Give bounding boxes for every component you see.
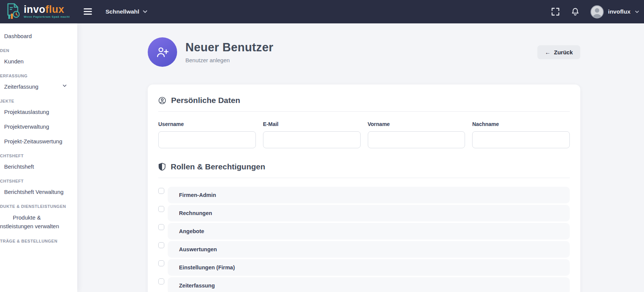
roles-title: Rollen & Berechtigungen <box>171 162 265 171</box>
shield-icon <box>158 163 166 171</box>
chevron-down-icon <box>635 11 639 13</box>
sidebar-item-berichtsheft-verwaltung[interactable]: Berichtsheft Verwaltung <box>0 184 77 199</box>
role-row: Firmen-Admin <box>158 187 570 203</box>
section-divider <box>158 178 570 178</box>
brand-name: invoflux <box>24 5 70 15</box>
sidebar-item-label: Zeiterfassung <box>4 83 38 90</box>
menu-icon[interactable] <box>84 6 93 16</box>
sidebar-item-zeiterfassung[interactable]: Zeiterfassung <box>0 79 77 94</box>
arrow-left-icon: ← <box>545 49 551 55</box>
role-item-einstellungen-firma[interactable]: Einstellungen (Firma) <box>168 259 570 276</box>
sidebar-item-label: Berichtsheft <box>4 163 34 170</box>
sidebar-section-header: DUKTE & DIENSTLEISTUNGEN <box>0 199 77 210</box>
fullscreen-icon[interactable] <box>551 7 560 17</box>
personal-data-heading: Persönliche Daten <box>158 96 570 105</box>
sidebar-item-label: Projekt-Zeitauswertung <box>4 138 62 144</box>
role-label: Einstellungen (Firma) <box>179 264 235 270</box>
role-item-auswertungen[interactable]: Auswertungen <box>168 241 570 258</box>
sidebar-item-label: Dashboard <box>4 33 32 39</box>
role-row: Zeiterfassung <box>158 277 570 292</box>
role-row: Auswertungen <box>158 241 570 258</box>
top-navbar: invoflux Wenn Papierkram Spaß macht Schn… <box>0 0 644 23</box>
page-title: Neuer Benutzer <box>185 41 273 54</box>
role-checkbox-rechnungen[interactable] <box>158 206 164 212</box>
sidebar-section-header: CHTSHEFT <box>0 149 77 159</box>
sidebar-item-label: nstleistungen verwalten <box>0 222 77 231</box>
role-label: Firmen-Admin <box>179 192 216 198</box>
role-row: Angebote <box>158 223 570 240</box>
personal-data-fields: UsernameE-MailVornameNachname <box>158 121 570 148</box>
roles-list: Firmen-AdminRechnungenAngeboteAuswertung… <box>158 187 570 292</box>
field-label: Vorname <box>368 121 465 127</box>
e-mail-input[interactable] <box>263 131 361 148</box>
nachname-input[interactable] <box>472 131 570 148</box>
role-row: Rechnungen <box>158 205 570 221</box>
role-checkbox-firmen-admin[interactable] <box>158 188 164 194</box>
page-subtitle: Benutzer anlegen <box>185 57 273 63</box>
role-item-rechnungen[interactable]: Rechnungen <box>168 205 570 221</box>
username-input[interactable] <box>158 131 256 148</box>
sidebar-item-projektauslastung[interactable]: Projektauslastung <box>0 105 77 119</box>
back-button[interactable]: ← Zurück <box>537 45 580 59</box>
vorname-input[interactable] <box>368 131 465 148</box>
user-avatar <box>590 5 604 18</box>
sidebar-section-header: CHTSHEFT <box>0 174 77 184</box>
notifications-bell-icon[interactable] <box>571 7 580 17</box>
role-label: Angebote <box>179 228 204 234</box>
sidebar-item-label: Kunden <box>4 58 24 65</box>
sidebar-item-projektverwaltung[interactable]: Projektverwaltung <box>0 119 77 134</box>
role-item-zeiterfassung[interactable]: Zeiterfassung <box>168 277 570 292</box>
sidebar-item-label: Projektverwaltung <box>4 123 49 130</box>
new-user-form-card: Persönliche Daten UsernameE-MailVornameN… <box>148 85 580 292</box>
section-divider <box>158 111 570 112</box>
sidebar-item-label: Produkte & <box>0 213 77 222</box>
form-field: Username <box>158 121 256 148</box>
role-checkbox-zeiterfassung[interactable] <box>158 278 164 284</box>
role-row: Einstellungen (Firma) <box>158 259 570 276</box>
user-circle-icon <box>158 97 166 105</box>
role-label: Auswertungen <box>179 246 217 252</box>
quick-select-label: Schnellwahl <box>106 8 139 15</box>
app-logo[interactable]: invoflux Wenn Papierkram Spaß macht <box>5 3 70 20</box>
sidebar-section-header: DEN <box>0 43 77 54</box>
role-checkbox-einstellungen-firma[interactable] <box>158 260 164 266</box>
app-screen: invoflux Wenn Papierkram Spaß macht Schn… <box>0 0 644 292</box>
new-user-badge <box>148 37 177 67</box>
form-field: E-Mail <box>263 121 361 148</box>
sidebar-section-header: ERFASSUNG <box>0 69 77 79</box>
sidebar-section-header: JEKTE <box>0 94 77 105</box>
page-header: Neuer Benutzer Benutzer anlegen ← Zurück <box>148 37 580 67</box>
role-label: Zeiterfassung <box>179 283 215 289</box>
sidebar-item-label: Berichtsheft Verwaltung <box>4 189 64 195</box>
role-item-firmen-admin[interactable]: Firmen-Admin <box>168 187 570 203</box>
sidebar-section-header: TRÄGE & BESTELLUNGEN <box>0 234 77 244</box>
field-label: E-Mail <box>263 121 361 127</box>
sidebar-item-produkte[interactable]: Produkte &nstleistungen verwalten <box>0 210 77 234</box>
form-field: Vorname <box>368 121 465 148</box>
sidebar-item-kunden[interactable]: Kunden <box>0 54 77 69</box>
field-label: Nachname <box>472 121 570 127</box>
field-label: Username <box>158 121 256 127</box>
logo-document-icon <box>5 3 20 20</box>
sidebar-item-berichtsheft[interactable]: Berichtsheft <box>0 159 77 174</box>
back-button-label: Zurück <box>554 49 573 55</box>
user-menu[interactable]: invoflux <box>590 5 639 18</box>
role-checkbox-angebote[interactable] <box>158 224 164 230</box>
user-add-icon <box>156 46 169 58</box>
role-checkbox-auswertungen[interactable] <box>158 242 164 248</box>
sidebar: DashboardDENKundenERFASSUNGZeiterfassung… <box>0 23 77 292</box>
form-field: Nachname <box>472 121 570 148</box>
sidebar-item-dashboard[interactable]: Dashboard <box>0 29 77 43</box>
chevron-down-icon <box>63 85 67 87</box>
role-item-angebote[interactable]: Angebote <box>168 223 570 240</box>
sidebar-item-label: Projektauslastung <box>4 109 49 115</box>
quick-select-dropdown[interactable]: Schnellwahl <box>106 0 147 23</box>
chevron-down-icon <box>143 10 147 13</box>
sidebar-item-projekt-zeitauswertung[interactable]: Projekt-Zeitauswertung <box>0 134 77 149</box>
roles-heading: Rollen & Berechtigungen <box>158 162 570 171</box>
role-label: Rechnungen <box>179 210 212 216</box>
user-name-label: invoflux <box>608 8 630 15</box>
personal-data-title: Persönliche Daten <box>171 96 240 105</box>
brand-tagline: Wenn Papierkram Spaß macht <box>24 15 70 18</box>
